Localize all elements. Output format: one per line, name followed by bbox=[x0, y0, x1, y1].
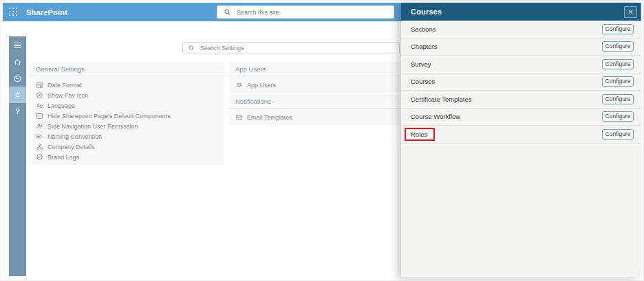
setting-item-naming-convention[interactable]: Naming Convention bbox=[30, 131, 224, 142]
app-title: SharePoint bbox=[26, 8, 67, 16]
people-icon bbox=[235, 81, 243, 89]
panel-row-roles: Roles Configure bbox=[401, 126, 641, 144]
setting-item-brand-logo[interactable]: Brand Logo bbox=[30, 152, 224, 162]
panel-row-chapters: Chapters Configure bbox=[401, 38, 641, 56]
app-users-section: App Users App Users bbox=[229, 62, 400, 93]
setting-item-label: Brand Logo bbox=[47, 154, 80, 161]
search-icon bbox=[188, 45, 195, 52]
user-permission-icon bbox=[36, 122, 43, 130]
home-icon bbox=[13, 58, 22, 67]
section-title: Notifications bbox=[229, 94, 400, 109]
row-label: Survey bbox=[411, 60, 431, 68]
setting-item-label: Email Templates bbox=[247, 114, 292, 121]
settings-search-input[interactable] bbox=[199, 44, 374, 52]
setting-item-date-format[interactable]: Date Format bbox=[30, 80, 224, 90]
courses-panel: Courses ✕ Sections Configure Chapters Co… bbox=[401, 3, 641, 277]
mail-icon bbox=[235, 113, 243, 121]
search-icon bbox=[224, 8, 231, 16]
setting-item-label: Naming Convention bbox=[47, 133, 102, 140]
setting-item-label: Date Format bbox=[47, 82, 82, 89]
check-circle-icon bbox=[36, 153, 43, 161]
sharepoint-settings-screen: SharePoint ? bbox=[0, 0, 644, 281]
close-icon[interactable]: ✕ bbox=[624, 6, 637, 18]
configure-button-sections[interactable]: Configure bbox=[602, 24, 634, 34]
row-label: Sections bbox=[411, 25, 436, 33]
question-icon: ? bbox=[15, 107, 20, 115]
setting-item-app-users[interactable]: App Users bbox=[229, 80, 400, 90]
row-label-roles-highlighted: Roles bbox=[405, 128, 435, 141]
nav-settings-button[interactable] bbox=[9, 87, 26, 103]
panel-row-sections: Sections Configure bbox=[401, 21, 641, 38]
panel-title: Courses bbox=[411, 8, 442, 16]
app-launcher-icon[interactable] bbox=[9, 8, 18, 16]
nav-help-button[interactable]: ? bbox=[9, 103, 26, 120]
configure-button-chapters[interactable]: Configure bbox=[602, 41, 634, 52]
panel-row-certificate-templates: Certificate Templates Configure bbox=[401, 91, 641, 109]
nav-site-button[interactable] bbox=[9, 70, 26, 87]
general-settings-section: General Settings Date Format Show Fav Ic… bbox=[30, 62, 224, 165]
section-title: App Users bbox=[229, 62, 400, 76]
setting-item-label: Language bbox=[47, 102, 75, 109]
notifications-section: Notifications Email Templates bbox=[229, 94, 400, 125]
row-label: Chapters bbox=[411, 43, 438, 50]
courses-panel-header: Courses ✕ bbox=[401, 3, 641, 21]
org-chart-icon bbox=[36, 143, 43, 150]
row-label: Course Workflow bbox=[411, 113, 460, 120]
setting-item-hide-components[interactable]: Hide Sharepoint Page's Default Component… bbox=[30, 111, 224, 121]
setting-item-email-templates[interactable]: Email Templates bbox=[229, 112, 400, 122]
section-title: General Settings bbox=[30, 62, 224, 76]
configure-button-courses[interactable]: Configure bbox=[602, 76, 634, 87]
setting-item-label: Show Fav Icon bbox=[47, 92, 89, 99]
setting-item-label: Company Details bbox=[47, 144, 95, 150]
setting-item-company-details[interactable]: Company Details bbox=[30, 142, 224, 152]
row-label: Courses bbox=[411, 78, 435, 85]
configure-button-certificate-templates[interactable]: Configure bbox=[602, 94, 634, 104]
calendar-icon bbox=[36, 81, 43, 89]
nav-home-button[interactable] bbox=[9, 54, 26, 70]
left-nav-rail: ? bbox=[9, 36, 26, 276]
window-icon bbox=[36, 112, 43, 120]
site-search-box[interactable] bbox=[217, 5, 394, 19]
setting-item-language[interactable]: Language bbox=[30, 100, 224, 111]
panel-row-courses: Courses Configure bbox=[401, 74, 641, 91]
configure-button-survey[interactable]: Configure bbox=[602, 59, 634, 69]
favicon-icon bbox=[36, 91, 43, 99]
setting-item-label: Hide Sharepoint Page's Default Component… bbox=[47, 113, 171, 120]
setting-item-side-navigation-permission[interactable]: Side Navigation User Permission bbox=[30, 121, 224, 131]
row-label: Certificate Templates bbox=[411, 95, 472, 103]
setting-item-label: Side Navigation User Permission bbox=[47, 123, 138, 130]
configure-button-roles[interactable]: Configure bbox=[602, 129, 634, 139]
translate-icon bbox=[36, 102, 43, 109]
gear-icon bbox=[13, 91, 22, 100]
hamburger-icon bbox=[14, 41, 21, 50]
settings-search-box[interactable] bbox=[182, 42, 400, 54]
setting-item-show-fav-icon[interactable]: Show Fav Icon bbox=[30, 90, 224, 100]
nav-menu-button[interactable] bbox=[9, 37, 26, 54]
configure-button-course-workflow[interactable]: Configure bbox=[602, 111, 634, 122]
globe-icon bbox=[13, 74, 22, 83]
panel-row-course-workflow: Course Workflow Configure bbox=[401, 109, 641, 126]
setting-item-label: App Users bbox=[247, 82, 276, 89]
tag-icon bbox=[36, 133, 43, 140]
site-search-input[interactable] bbox=[235, 8, 376, 16]
panel-row-survey: Survey Configure bbox=[401, 56, 641, 74]
